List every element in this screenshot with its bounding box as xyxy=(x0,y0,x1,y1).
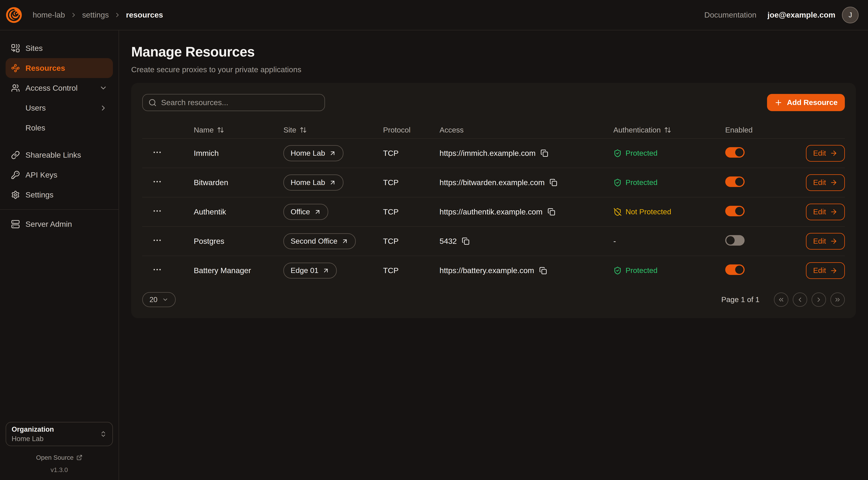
page-size-select[interactable]: 20 xyxy=(142,292,176,307)
prev-page-button[interactable] xyxy=(793,293,807,307)
arrow-right-icon xyxy=(830,267,838,275)
protocol-value: TCP xyxy=(383,237,439,246)
edit-button[interactable]: Edit xyxy=(806,204,845,220)
enabled-toggle[interactable] xyxy=(725,264,745,275)
access-value: https://battery.example.com xyxy=(439,266,534,275)
arrow-up-down-icon xyxy=(664,126,671,133)
sidebar-item-users[interactable]: Users xyxy=(6,98,113,118)
column-header-name[interactable]: Name xyxy=(194,126,283,134)
table-row: Postgres Second Office TCP 5432 - Edit xyxy=(142,227,845,256)
copy-icon[interactable] xyxy=(539,267,547,275)
next-page-button[interactable] xyxy=(811,293,826,307)
enabled-toggle[interactable] xyxy=(725,206,745,216)
copy-icon[interactable] xyxy=(462,237,470,245)
breadcrumb-org[interactable]: home-lab xyxy=(33,10,65,19)
arrow-up-right-icon xyxy=(329,179,336,186)
column-header-authentication[interactable]: Authentication xyxy=(613,126,725,134)
protocol-value: TCP xyxy=(383,178,439,187)
chevrons-right-icon xyxy=(834,296,841,303)
sidebar-item-sites[interactable]: Sites xyxy=(6,38,113,58)
shield-check-icon xyxy=(613,149,622,157)
chevrons-left-icon xyxy=(777,296,785,303)
edit-button[interactable]: Edit xyxy=(806,145,845,161)
table-body: Immich Home Lab TCP https://immich.examp… xyxy=(142,139,845,285)
site-link[interactable]: Office xyxy=(283,204,328,220)
copy-icon[interactable] xyxy=(550,179,557,186)
external-link-icon xyxy=(76,454,83,461)
settings-icon xyxy=(11,190,20,199)
search-input[interactable] xyxy=(142,94,325,111)
copy-icon[interactable] xyxy=(548,208,555,216)
app-root: home-lab settings resources Documentatio… xyxy=(0,0,868,480)
chevron-right-icon xyxy=(70,11,77,19)
enabled-toggle[interactable] xyxy=(725,177,745,187)
protocol-value: TCP xyxy=(383,149,439,158)
sidebar-item-label: Users xyxy=(26,103,46,112)
sidebar-item-resources[interactable]: Resources xyxy=(6,58,113,78)
row-menu-button[interactable] xyxy=(152,235,162,245)
page-indicator: Page 1 of 1 xyxy=(721,295,760,304)
row-menu-button[interactable] xyxy=(152,206,162,216)
edit-button[interactable]: Edit xyxy=(806,233,845,249)
site-link[interactable]: Home Lab xyxy=(283,175,343,190)
arrow-right-icon xyxy=(830,237,838,245)
column-header-site[interactable]: Site xyxy=(283,126,383,134)
open-source-link[interactable]: Open Source xyxy=(6,454,113,461)
row-menu-button[interactable] xyxy=(152,177,162,187)
sidebar-item-roles[interactable]: Roles xyxy=(6,118,113,138)
waypoints-icon xyxy=(11,64,20,72)
table-row: Authentik Office TCP https://authentik.e… xyxy=(142,198,845,227)
auth-status: Not Protected xyxy=(613,208,725,216)
row-menu-button[interactable] xyxy=(152,147,162,157)
key-icon xyxy=(11,171,20,179)
sidebar-item-label: Sites xyxy=(26,44,43,53)
first-page-button[interactable] xyxy=(774,293,788,307)
arrow-right-icon xyxy=(830,208,838,216)
resource-name: Battery Manager xyxy=(194,266,283,275)
sidebar-item-label: Shareable Links xyxy=(26,151,81,159)
user-email: joe@example.com xyxy=(768,10,835,19)
site-link[interactable]: Edge 01 xyxy=(283,263,337,279)
search-icon xyxy=(148,98,157,107)
column-header-enabled: Enabled xyxy=(725,126,801,134)
sidebar-item-api-keys[interactable]: API Keys xyxy=(6,165,113,185)
copy-icon[interactable] xyxy=(540,149,548,157)
server-icon xyxy=(11,220,20,229)
sidebar-item-shareable-links[interactable]: Shareable Links xyxy=(6,145,113,165)
documentation-link[interactable]: Documentation xyxy=(704,10,756,19)
add-resource-button[interactable]: Add Resource xyxy=(767,94,845,111)
last-page-button[interactable] xyxy=(830,293,845,307)
avatar[interactable]: J xyxy=(842,7,859,23)
column-header-protocol: Protocol xyxy=(383,126,439,134)
row-menu-button[interactable] xyxy=(152,265,162,275)
shield-off-icon xyxy=(613,208,622,216)
access-value: https://bitwarden.example.com xyxy=(439,178,545,187)
search-box xyxy=(142,94,325,111)
site-link[interactable]: Second Office xyxy=(283,233,355,249)
breadcrumb: home-lab settings resources xyxy=(33,10,163,19)
sidebar-item-settings[interactable]: Settings xyxy=(6,185,113,205)
arrow-right-icon xyxy=(830,179,838,186)
site-link[interactable]: Home Lab xyxy=(283,145,343,161)
sidebar-item-label: Roles xyxy=(26,123,45,132)
sidebar-divider xyxy=(0,209,119,210)
arrow-up-down-icon xyxy=(217,126,224,133)
sidebar-item-server-admin[interactable]: Server Admin xyxy=(6,214,113,234)
combine-icon xyxy=(11,44,20,53)
protocol-value: TCP xyxy=(383,207,439,216)
breadcrumb-settings[interactable]: settings xyxy=(82,10,109,19)
sidebar-item-label: Settings xyxy=(26,190,54,199)
enabled-toggle[interactable] xyxy=(725,235,745,246)
sidebar-item-label: API Keys xyxy=(26,171,57,179)
edit-button[interactable]: Edit xyxy=(806,174,845,191)
chevron-down-icon xyxy=(162,296,168,303)
pagination: 20 Page 1 of 1 xyxy=(142,292,845,307)
enabled-toggle[interactable] xyxy=(725,147,745,158)
auth-status: Protected xyxy=(613,149,725,157)
plus-icon xyxy=(774,98,783,107)
sidebar-item-access-control[interactable]: Access Control xyxy=(6,78,113,98)
chevron-right-icon xyxy=(815,296,823,303)
organization-picker[interactable]: Organization Home Lab xyxy=(6,422,113,446)
edit-button[interactable]: Edit xyxy=(806,262,845,279)
access-value: https://authentik.example.com xyxy=(439,207,542,216)
